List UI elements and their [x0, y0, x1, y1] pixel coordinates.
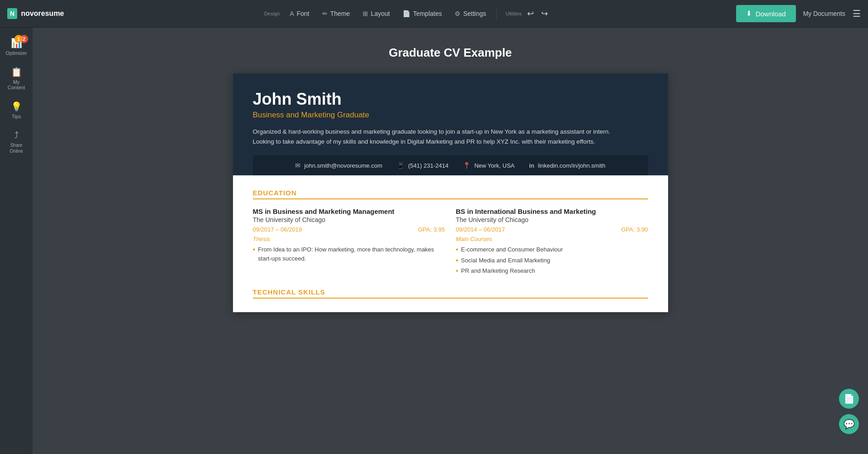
cv-phone: 📱 (541) 231-2414	[397, 162, 448, 169]
linkedin-icon: in	[529, 162, 534, 169]
nav-layout[interactable]: ⊞ Layout	[356, 0, 396, 28]
undo-button[interactable]: ↩	[524, 5, 538, 22]
nav-layout-label: Layout	[371, 10, 390, 17]
my-documents-link[interactable]: My Documents	[803, 10, 845, 17]
main-content: Graduate CV Example John Smith Business …	[33, 28, 868, 330]
utilities-label: Utilities	[506, 11, 522, 16]
design-group-label: Design	[264, 11, 280, 16]
sidebar: 2 1 📊 Optimizer 📋 My Content 💡 Tips ⤴ Sh…	[0, 28, 33, 454]
cv-linkedin-value: linkedin.com/in/john.smith	[538, 162, 606, 169]
share-online-label: Share Online	[4, 142, 29, 154]
nav-right: ⬇ Download My Documents ☰	[729, 5, 861, 22]
edu-dates-gpa-1: 09/2017 – 06/2019 GPA: 3.95	[253, 226, 445, 233]
float-document-button[interactable]: 📄	[839, 389, 859, 409]
edu-degree-2: BS in International Business and Marketi…	[456, 208, 648, 215]
edu-dates-1: 09/2017 – 06/2019	[253, 226, 302, 233]
edu-school-1: The University of Chicago	[253, 216, 445, 223]
bullet-dot: •	[456, 245, 459, 254]
sidebar-item-tips[interactable]: 💡 Tips	[0, 96, 33, 125]
download-icon: ⬇	[746, 10, 752, 18]
my-content-label: My Content	[4, 79, 29, 90]
location-icon: 📍	[463, 162, 470, 169]
edu-sublabel-1: Thesis	[253, 236, 445, 242]
download-label: Download	[756, 10, 786, 18]
education-item-2: BS in International Business and Marketi…	[456, 208, 648, 277]
page-title: Graduate CV Example	[42, 46, 859, 60]
my-content-icon: 📋	[11, 67, 22, 77]
hamburger-menu[interactable]: ☰	[853, 8, 861, 19]
sidebar-item-share-online[interactable]: ⤴ Share Online	[0, 125, 33, 159]
tips-label: Tips	[12, 114, 21, 119]
edu-dates-gpa-2: 09/2014 – 06/2017 GPA: 3.90	[456, 226, 648, 233]
cv-job-title: Business and Marketing Graduate	[253, 111, 648, 120]
bullet-dot: •	[456, 256, 459, 265]
cv-email-value: john.smith@novoresume.com	[304, 162, 382, 169]
edu-bullet-text-2-1: Social Media and Email Marketing	[461, 256, 550, 265]
edu-bullet-1-0: • From Idea to an IPO: How marketing, mo…	[253, 245, 445, 263]
edu-bullet-2-2: • PR and Marketing Research	[456, 266, 648, 275]
edu-gpa-2: GPA: 3.90	[621, 226, 648, 233]
bullet-dot: •	[456, 266, 459, 275]
nav-settings[interactable]: ⚙ Settings	[448, 0, 493, 28]
edu-dates-2: 09/2014 – 06/2017	[456, 226, 505, 233]
nav-theme[interactable]: ✏ Theme	[316, 0, 357, 28]
logo-text: novoresume	[21, 10, 64, 18]
top-navigation: N novoresume Design A Font ✏ Theme ⊞ Lay…	[0, 0, 868, 28]
theme-icon: ✏	[322, 10, 328, 17]
edu-bullet-text-2-2: PR and Marketing Research	[461, 266, 535, 275]
cv-location: 📍 New York, USA	[463, 162, 514, 169]
share-icon: ⤴	[14, 130, 19, 140]
phone-icon: 📱	[397, 162, 404, 169]
nav-font-label: Font	[297, 10, 310, 17]
nav-center: Design A Font ✏ Theme ⊞ Layout 📄 Templat…	[80, 0, 729, 28]
edu-sublabel-2: Main Courses	[456, 236, 648, 242]
education-item-1: MS in Business and Marketing Management …	[253, 208, 445, 277]
download-button[interactable]: ⬇ Download	[736, 5, 796, 22]
cv-contact-bar: ✉ john.smith@novoresume.com 📱 (541) 231-…	[253, 155, 648, 175]
cv-linkedin: in linkedin.com/in/john.smith	[529, 162, 605, 169]
nav-templates-label: Templates	[413, 10, 442, 17]
font-icon: A	[290, 10, 294, 17]
sidebar-item-my-content[interactable]: 📋 My Content	[0, 61, 33, 96]
cv-body: EDUCATION MS in Business and Marketing M…	[233, 175, 668, 312]
tips-icon: 💡	[11, 101, 22, 112]
optimizer-label: Optimizer	[5, 50, 27, 56]
education-grid: MS in Business and Marketing Management …	[253, 208, 648, 277]
cv-name: John Smith	[253, 90, 648, 109]
document-float-icon: 📄	[844, 393, 855, 404]
edu-bullet-2-1: • Social Media and Email Marketing	[456, 256, 648, 265]
cv-email: ✉ john.smith@novoresume.com	[295, 162, 382, 169]
technical-skills-section-title: TECHNICAL SKILLS	[253, 288, 648, 299]
education-section-title: EDUCATION	[253, 189, 648, 199]
cv-summary: Organized & hard-working business and ma…	[253, 127, 625, 146]
logo-icon: N	[7, 8, 17, 19]
edu-school-2: The University of Chicago	[456, 216, 648, 223]
float-chat-button[interactable]: 💬	[839, 414, 859, 434]
cv-header: John Smith Business and Marketing Gradua…	[233, 73, 668, 175]
chat-float-icon: 💬	[844, 419, 855, 430]
edu-degree-1: MS in Business and Marketing Management	[253, 208, 445, 215]
nav-settings-label: Settings	[463, 10, 486, 17]
email-icon: ✉	[295, 162, 301, 169]
nav-divider	[496, 7, 497, 20]
bullet-dot: •	[253, 245, 256, 254]
cv-document: John Smith Business and Marketing Gradua…	[233, 73, 668, 312]
nav-font[interactable]: A Font	[283, 0, 315, 28]
layout-icon: ⊞	[363, 10, 368, 17]
settings-icon: ⚙	[455, 10, 461, 17]
redo-button[interactable]: ↪	[538, 5, 552, 22]
edu-gpa-1: GPA: 3.95	[418, 226, 445, 233]
logo-area: N novoresume	[7, 8, 80, 19]
cv-location-value: New York, USA	[474, 162, 514, 169]
edu-bullet-text-2-0: E-commerce and Consumer Behaviour	[461, 245, 563, 254]
nav-templates[interactable]: 📄 Templates	[396, 0, 448, 28]
edu-bullet-2-0: • E-commerce and Consumer Behaviour	[456, 245, 648, 254]
nav-theme-label: Theme	[330, 10, 350, 17]
sidebar-item-optimizer[interactable]: 2 1 📊 Optimizer	[0, 32, 33, 61]
badge-1: 1	[15, 35, 23, 43]
edu-bullet-text-1-0: From Idea to an IPO: How marketing, more…	[258, 245, 445, 263]
templates-icon: 📄	[402, 10, 410, 17]
cv-phone-value: (541) 231-2414	[408, 162, 448, 169]
